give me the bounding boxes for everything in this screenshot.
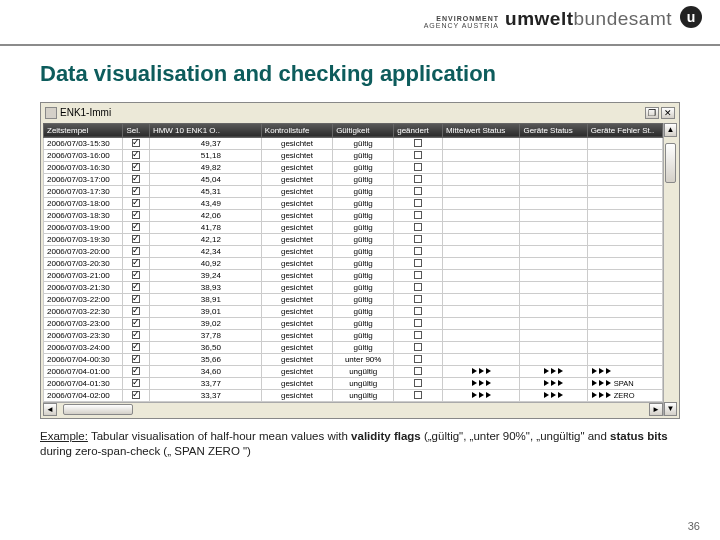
checkbox-icon[interactable]: [132, 211, 140, 219]
checkbox-icon[interactable]: [414, 199, 422, 207]
table-cell: [520, 389, 587, 401]
checkbox-icon[interactable]: [414, 139, 422, 147]
column-header[interactable]: Geräte Status: [520, 123, 587, 137]
table-row[interactable]: 2006/07/03-21:3038,93gesichtetgültig: [44, 281, 663, 293]
column-header[interactable]: Sel.: [123, 123, 149, 137]
maximize-button[interactable]: ❐: [645, 107, 659, 119]
checkbox-icon[interactable]: [414, 307, 422, 315]
checkbox-icon[interactable]: [132, 319, 140, 327]
checkbox-icon[interactable]: [132, 295, 140, 303]
table-row[interactable]: 2006/07/04-01:0034,60gesichtetungültig: [44, 365, 663, 377]
checkbox-icon[interactable]: [414, 151, 422, 159]
column-header[interactable]: geändert: [394, 123, 443, 137]
table-row[interactable]: 2006/07/03-16:0051,18gesichtetgültig: [44, 149, 663, 161]
checkbox-icon[interactable]: [132, 247, 140, 255]
column-header[interactable]: HMW 10 ENK1 O..: [149, 123, 261, 137]
checkbox-icon[interactable]: [414, 235, 422, 243]
window-title: ENK1-Immi: [60, 107, 642, 118]
table-cell: [520, 293, 587, 305]
checkbox-icon[interactable]: [132, 235, 140, 243]
table-row[interactable]: 2006/07/03-19:3042,12gesichtetgültig: [44, 233, 663, 245]
table-row[interactable]: 2006/07/03-16:3049,82gesichtetgültig: [44, 161, 663, 173]
scroll-right-icon[interactable]: ►: [649, 403, 663, 416]
table-cell: [394, 305, 443, 317]
table-cell: [123, 161, 149, 173]
checkbox-icon[interactable]: [132, 175, 140, 183]
table-row[interactable]: 2006/07/03-22:3039,01gesichtetgültig: [44, 305, 663, 317]
table-cell: [443, 365, 520, 377]
table-row[interactable]: 2006/07/03-20:3040,92gesichtetgültig: [44, 257, 663, 269]
checkbox-icon[interactable]: [414, 331, 422, 339]
vscroll-thumb[interactable]: [665, 143, 676, 183]
vertical-scrollbar[interactable]: ▲ ▼: [663, 123, 677, 416]
table-row[interactable]: 2006/07/04-02:0033,37gesichtetungültig Z…: [44, 389, 663, 401]
table-cell: [443, 233, 520, 245]
checkbox-icon[interactable]: [414, 319, 422, 327]
column-header[interactable]: Kontrollstufe: [261, 123, 332, 137]
checkbox-icon[interactable]: [132, 259, 140, 267]
checkbox-icon[interactable]: [414, 271, 422, 279]
table-row[interactable]: 2006/07/03-22:0038,91gesichtetgültig: [44, 293, 663, 305]
checkbox-icon[interactable]: [132, 307, 140, 315]
table-row[interactable]: 2006/07/03-24:0036,50gesichtetgültig: [44, 341, 663, 353]
table-row[interactable]: 2006/07/03-18:0043,49gesichtetgültig: [44, 197, 663, 209]
checkbox-icon[interactable]: [132, 139, 140, 147]
horizontal-scrollbar[interactable]: ◄ ►: [43, 402, 663, 416]
table-row[interactable]: 2006/07/03-21:0039,24gesichtetgültig: [44, 269, 663, 281]
scroll-left-icon[interactable]: ◄: [43, 403, 57, 416]
checkbox-icon[interactable]: [414, 343, 422, 351]
checkbox-icon[interactable]: [132, 343, 140, 351]
checkbox-icon[interactable]: [132, 151, 140, 159]
table-row[interactable]: 2006/07/03-23:0039,02gesichtetgültig: [44, 317, 663, 329]
table-cell: [587, 257, 662, 269]
checkbox-icon[interactable]: [132, 367, 140, 375]
checkbox-icon[interactable]: [414, 367, 422, 375]
checkbox-icon[interactable]: [414, 211, 422, 219]
table-cell: [443, 245, 520, 257]
checkbox-icon[interactable]: [414, 283, 422, 291]
checkbox-icon[interactable]: [414, 391, 422, 399]
header-divider: [0, 44, 720, 46]
checkbox-icon[interactable]: [132, 223, 140, 231]
table-row[interactable]: 2006/07/03-20:0042,34gesichtetgültig: [44, 245, 663, 257]
column-header[interactable]: Zeitstempel: [44, 123, 123, 137]
checkbox-icon[interactable]: [132, 331, 140, 339]
checkbox-icon[interactable]: [132, 283, 140, 291]
checkbox-icon[interactable]: [414, 163, 422, 171]
column-header[interactable]: Gültigkeit: [333, 123, 394, 137]
checkbox-icon[interactable]: [414, 295, 422, 303]
checkbox-icon[interactable]: [414, 175, 422, 183]
column-header[interactable]: Geräte Fehler St..: [587, 123, 662, 137]
table-cell: 2006/07/03-22:30: [44, 305, 123, 317]
checkbox-icon[interactable]: [414, 355, 422, 363]
table-row[interactable]: 2006/07/04-00:3035,66gesichtetunter 90%: [44, 353, 663, 365]
checkbox-icon[interactable]: [132, 355, 140, 363]
table-cell: [123, 353, 149, 365]
checkbox-icon[interactable]: [414, 187, 422, 195]
table-row[interactable]: 2006/07/04-01:3033,77gesichtetungültig S…: [44, 377, 663, 389]
table-row[interactable]: 2006/07/03-17:0045,04gesichtetgültig: [44, 173, 663, 185]
table-row[interactable]: 2006/07/03-23:3037,78gesichtetgültig: [44, 329, 663, 341]
umwelt-wordmark: umweltbundesamt: [505, 8, 672, 30]
checkbox-icon[interactable]: [414, 259, 422, 267]
close-button[interactable]: ✕: [661, 107, 675, 119]
table-row[interactable]: 2006/07/03-17:3045,31gesichtetgültig: [44, 185, 663, 197]
checkbox-icon[interactable]: [132, 187, 140, 195]
table-cell: gültig: [333, 161, 394, 173]
checkbox-icon[interactable]: [132, 379, 140, 387]
checkbox-icon[interactable]: [132, 271, 140, 279]
scroll-up-icon[interactable]: ▲: [664, 123, 677, 137]
checkbox-icon[interactable]: [132, 199, 140, 207]
table-row[interactable]: 2006/07/03-15:3049,37gesichtetgültig: [44, 137, 663, 149]
hscroll-thumb[interactable]: [63, 404, 133, 415]
checkbox-icon[interactable]: [132, 391, 140, 399]
checkbox-icon[interactable]: [414, 379, 422, 387]
checkbox-icon[interactable]: [414, 223, 422, 231]
table-cell: gesichtet: [261, 149, 332, 161]
table-row[interactable]: 2006/07/03-18:3042,06gesichtetgültig: [44, 209, 663, 221]
checkbox-icon[interactable]: [132, 163, 140, 171]
scroll-down-icon[interactable]: ▼: [664, 402, 677, 416]
column-header[interactable]: Mittelwert Status: [443, 123, 520, 137]
table-row[interactable]: 2006/07/03-19:0041,78gesichtetgültig: [44, 221, 663, 233]
checkbox-icon[interactable]: [414, 247, 422, 255]
